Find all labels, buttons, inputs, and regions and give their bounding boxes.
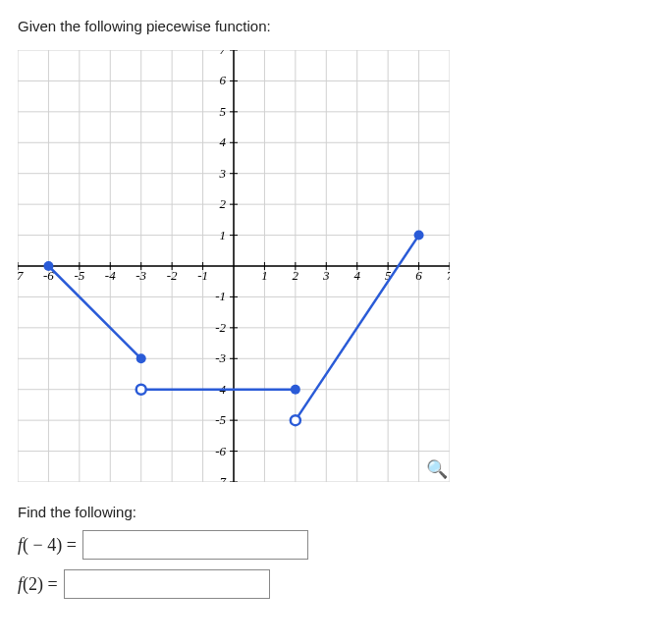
find-label: Find the following: <box>18 504 632 520</box>
question-row-1: f( − 4) = <box>18 530 632 560</box>
svg-text:6: 6 <box>415 268 422 283</box>
svg-text:3: 3 <box>219 166 227 181</box>
q1-label: f( − 4) = <box>18 535 77 556</box>
svg-text:-5: -5 <box>74 268 84 283</box>
svg-text:1: 1 <box>261 268 268 283</box>
svg-point-95 <box>291 415 300 425</box>
svg-text:-3: -3 <box>135 268 146 283</box>
svg-text:-2: -2 <box>167 268 178 283</box>
instruction-text: Given the following piecewise function: <box>18 18 632 34</box>
svg-text:-1: -1 <box>197 268 208 283</box>
magnifier-icon[interactable]: 🔍 <box>426 458 448 480</box>
answer-input-f-neg4[interactable] <box>82 530 308 560</box>
svg-text:7: 7 <box>220 50 227 57</box>
svg-text:-5: -5 <box>215 412 226 427</box>
svg-text:7: 7 <box>447 268 450 283</box>
svg-text:-2: -2 <box>215 320 226 335</box>
svg-text:4: 4 <box>220 134 227 149</box>
piecewise-graph: -7-6-5-4-3-2-11234567-7-6-5-4-3-2-112345… <box>18 50 450 482</box>
svg-text:4: 4 <box>353 268 360 283</box>
svg-point-93 <box>136 385 146 395</box>
answer-input-f-2[interactable] <box>64 569 270 599</box>
svg-text:-7: -7 <box>18 268 24 283</box>
chart-svg: -7-6-5-4-3-2-11234567-7-6-5-4-3-2-112345… <box>18 50 450 482</box>
svg-text:-3: -3 <box>215 350 226 365</box>
svg-text:2: 2 <box>220 196 227 211</box>
svg-text:3: 3 <box>322 268 330 283</box>
svg-text:-6: -6 <box>215 444 226 458</box>
svg-text:1: 1 <box>220 228 227 242</box>
svg-point-94 <box>291 385 300 395</box>
svg-line-88 <box>48 266 140 358</box>
svg-point-96 <box>414 231 424 241</box>
svg-text:-1: -1 <box>215 289 226 303</box>
svg-text:5: 5 <box>220 104 227 119</box>
svg-text:-7: -7 <box>215 474 226 482</box>
svg-text:6: 6 <box>220 73 227 87</box>
svg-text:-4: -4 <box>105 268 116 283</box>
svg-point-92 <box>136 353 146 363</box>
svg-text:2: 2 <box>293 268 299 283</box>
question-row-2: f(2) = <box>18 569 632 599</box>
svg-point-91 <box>43 261 53 271</box>
q2-label: f(2) = <box>18 574 58 595</box>
